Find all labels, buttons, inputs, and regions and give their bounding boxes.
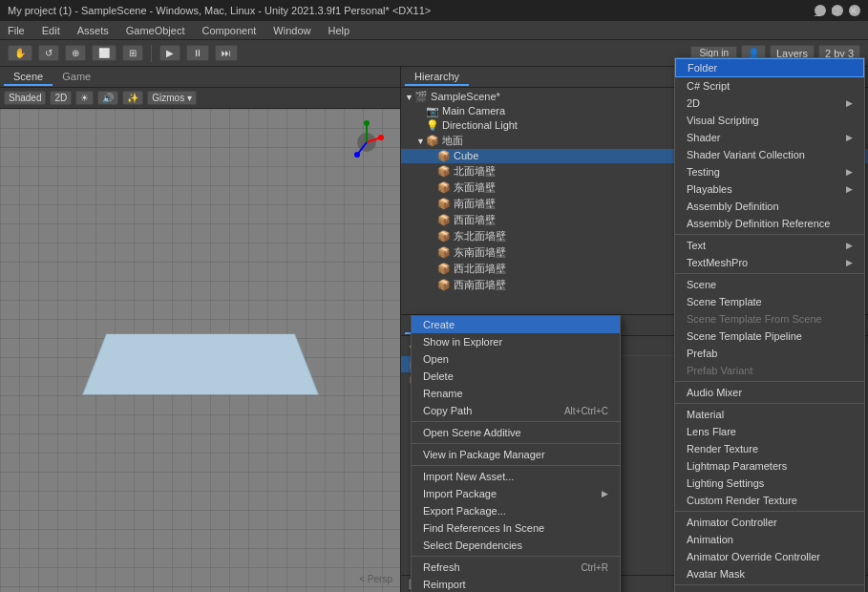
svg-point-4 [378, 135, 384, 140]
dropdown-item[interactable]: Animator Override Controller [675, 548, 864, 565]
svg-point-5 [364, 120, 370, 126]
dropdown-item[interactable]: Material [675, 406, 864, 423]
dropdown-label: Scene Template [687, 296, 762, 307]
context-menu-item[interactable]: Reimport [412, 576, 620, 592]
dropdown-item[interactable]: Render Texture [675, 440, 864, 457]
context-menu-item[interactable]: Open Scene Additive [412, 424, 620, 441]
move-tool-button[interactable]: ✋ [8, 45, 32, 61]
dropdown-item[interactable]: Lens Flare [675, 423, 864, 440]
menu-help[interactable]: Help [324, 24, 353, 37]
dropdown-item[interactable]: Lightmap Parameters [675, 457, 864, 475]
menu-file[interactable]: File [4, 24, 29, 37]
context-menu-item[interactable]: Import New Asset... [412, 468, 620, 485]
tab-scene[interactable]: Scene [4, 69, 53, 86]
dropdown-label: Testing [687, 166, 720, 178]
menu-assets[interactable]: Assets [74, 24, 113, 37]
fx-button[interactable]: ✨ [122, 91, 143, 105]
2d-toggle-button[interactable]: 2D [50, 91, 72, 105]
dropdown-item[interactable]: Audio Mixer [675, 384, 864, 401]
context-menu-separator [412, 465, 620, 466]
tab-hierarchy[interactable]: Hierarchy [405, 69, 469, 86]
context-menu-item[interactable]: Select Dependencies [412, 537, 620, 554]
dropdown-item[interactable]: Shader Variant Collection [675, 146, 864, 163]
context-menu-separator [412, 443, 620, 444]
tab-game[interactable]: Game [53, 69, 100, 86]
scale-tool-button[interactable]: ⊕ [65, 45, 86, 61]
step-button[interactable]: ⏭ [215, 45, 238, 61]
dropdown-item[interactable]: Custom Render Texture [675, 492, 864, 509]
dropdown-label: C# Script [687, 80, 730, 92]
context-menu-item[interactable]: Create [412, 316, 620, 333]
shading-mode-button[interactable]: Shaded [4, 91, 46, 105]
submenu-arrow-icon: ▶ [846, 133, 853, 142]
dropdown-item[interactable]: Scene Template [675, 293, 864, 310]
context-menu-label: Delete [423, 370, 454, 382]
close-button[interactable]: ✕ [849, 5, 860, 16]
menu-component[interactable]: Component [198, 24, 260, 37]
rotate-tool-button[interactable]: ↺ [38, 45, 59, 61]
dropdown-item[interactable]: Scene Template Pipeline [675, 328, 864, 345]
context-menu-item[interactable]: Export Package... [412, 502, 620, 519]
dropdown-item[interactable]: Folder [675, 58, 864, 77]
dropdown-separator [675, 584, 864, 585]
play-button[interactable]: ▶ [159, 45, 180, 61]
audio-button[interactable]: 🔊 [97, 91, 118, 105]
dropdown-item[interactable]: Assembly Definition Reference [675, 215, 864, 232]
context-menu-item[interactable]: Rename [412, 385, 620, 402]
context-menu-item[interactable]: RefreshCtrl+R [412, 559, 620, 576]
dropdown-item[interactable]: 2D▶ [675, 95, 864, 112]
dropdown-item[interactable]: Timeline [675, 587, 864, 592]
pause-button[interactable]: ⏸ [186, 45, 209, 61]
dropdown-item[interactable]: Shader▶ [675, 129, 864, 146]
perspective-label: < Persp [359, 574, 392, 584]
menu-window[interactable]: Window [269, 24, 314, 37]
dropdown-item[interactable]: Testing▶ [675, 163, 864, 180]
dropdown-item[interactable]: TextMeshPro▶ [675, 254, 864, 271]
dropdown-label: TextMeshPro [687, 257, 748, 268]
dropdown-label: Scene Template Pipeline [687, 330, 802, 342]
maximize-button[interactable]: □ [832, 5, 843, 16]
dropdown-item[interactable]: Prefab [675, 345, 864, 362]
dropdown-item[interactable]: Text▶ [675, 237, 864, 254]
minimize-button[interactable]: _ [815, 5, 826, 16]
rect-tool-button[interactable]: ⬜ [92, 45, 116, 61]
context-menu-item[interactable]: Open [412, 350, 620, 368]
dropdown-item[interactable]: Animation [675, 531, 864, 548]
dropdown-item[interactable]: Animator Controller [675, 514, 864, 531]
dropdown-label: Folder [688, 62, 717, 74]
dropdown-label: Animator Controller [687, 517, 777, 528]
context-menu-item[interactable]: Show in Explorer [412, 333, 620, 350]
dropdown-separator [675, 273, 864, 274]
dropdown-item[interactable]: Playables▶ [675, 180, 864, 198]
dropdown-item[interactable]: Lighting Settings [675, 475, 864, 492]
context-menu-label: Select Dependencies [423, 539, 522, 551]
context-menu-item[interactable]: Copy PathAlt+Ctrl+C [412, 402, 620, 419]
dropdown-item[interactable]: Avatar Mask [675, 565, 864, 582]
dropdown-separator [675, 511, 864, 512]
dropdown-item[interactable]: C# Script [675, 77, 864, 95]
scene-view[interactable]: < Persp [0, 109, 400, 592]
lighting-button[interactable]: ☀ [75, 91, 94, 105]
dropdown-item[interactable]: Scene [675, 276, 864, 293]
menu-edit[interactable]: Edit [38, 24, 64, 37]
submenu-arrow-icon: ▶ [846, 258, 853, 267]
context-menu-shortcut: Alt+Ctrl+C [564, 406, 608, 416]
toolbar-separator-1 [151, 45, 152, 62]
menu-gameobject[interactable]: GameObject [122, 24, 189, 37]
transform-tool-button[interactable]: ⊞ [122, 45, 143, 61]
scene-toolbar: Shaded 2D ☀ 🔊 ✨ Gizmos ▾ [0, 88, 400, 109]
context-menu-item[interactable]: View in Package Manager [412, 446, 620, 463]
dropdown-separator [675, 234, 864, 235]
dropdown-separator [675, 403, 864, 404]
context-menu-item[interactable]: Import Package▶ [412, 485, 620, 502]
left-panel: Scene Game Shaded 2D ☀ 🔊 ✨ Gizmos ▾ [0, 67, 401, 592]
context-menu-item[interactable]: Find References In Scene [412, 519, 620, 537]
context-menu-item[interactable]: Delete [412, 368, 620, 385]
submenu-arrow-icon: ▶ [846, 98, 853, 108]
dropdown-label: Material [687, 409, 724, 420]
dropdown-label: Animation [687, 534, 733, 545]
dropdown-item[interactable]: Assembly Definition [675, 198, 864, 215]
dropdown-item[interactable]: Visual Scripting [675, 112, 864, 129]
context-menu: CreateShow in ExplorerOpenDeleteRenameCo… [411, 315, 621, 592]
gizmos-button[interactable]: Gizmos ▾ [147, 91, 197, 105]
